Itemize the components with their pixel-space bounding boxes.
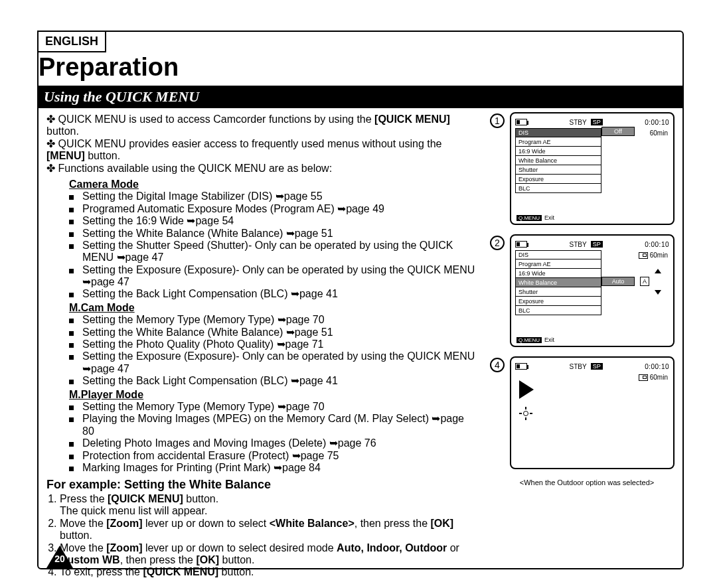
lcd-screen-2: STBY SP 0:00:10 60min DIS Program AE 16:… [510,234,675,347]
menu-item: DIS [515,250,601,259]
list-item: Setting the Memory Type (Memory Type) ➥p… [69,401,478,413]
exit-label: Exit [544,336,554,343]
page-title: Preparation [39,53,684,82]
battery-icon [515,363,527,370]
stby-label: STBY [570,363,587,370]
sp-badge: SP [591,241,603,248]
list-item: Setting the White Balance (White Balance… [69,228,478,240]
menu-item-dis: DIS [515,128,601,137]
mode-mplayer-list: Setting the Memory Type (Memory Type) ➥p… [37,401,478,474]
arrow-up-icon [655,269,661,273]
menu-item: Exposure [515,297,601,306]
elapsed-time: 0:00:10 [645,241,669,248]
mode-mcam-list: Setting the Memory Type (Memory Type) ➥p… [37,314,478,387]
play-icon [519,380,534,399]
qmenu-badge: Q.MENU [517,337,542,343]
remaining-label: 60min [650,252,668,259]
card-icon [639,252,648,259]
menu-value-off: Off [601,127,635,136]
outdoor-sun-icon [520,408,531,419]
list-item: Marking Images for Printing (Print Mark)… [69,462,478,474]
intro-list: QUICK MENU is used to access Camcorder f… [37,113,478,175]
menu-item: 16:9 Wide [515,147,601,156]
stby-label: STBY [570,241,587,248]
sp-badge: SP [591,119,603,125]
list-item: Setting the Back Light Compensation (BLC… [69,288,478,300]
qmenu-badge: Q.MENU [517,215,542,221]
list-item: Setting the Exposure (Exposure)- Only ca… [69,350,478,375]
mode-camera-list: Setting the Digital Image Stabilizer (DI… [37,190,478,301]
menu-item: White Balance [515,156,601,165]
step: Move the [Zoom] lever up or down to sele… [60,542,478,567]
intro-item: QUICK MENU provides easier access to fre… [46,138,478,163]
intro-item: Functions available using the QUICK MENU… [46,163,478,175]
figure-number-4: 4 [490,358,505,372]
elapsed-time: 0:00:10 [645,119,669,126]
list-item: Setting the 16:9 Wide ➥page 54 [69,215,478,227]
mode-camera-label: Camera Mode [69,179,478,190]
battery-icon [515,119,527,125]
battery-icon [515,241,527,248]
example-steps: Press the [QUICK MENU] button.The quick … [46,493,478,579]
list-item: Setting the White Balance (White Balance… [69,327,478,338]
list-item: Setting the Digital Image Stabilizer (DI… [69,190,478,202]
menu-item: Exposure [515,175,601,184]
list-item: Playing the Moving Images (MPEG) on the … [69,413,478,437]
list-item: Setting the Photo Quality (Photo Quality… [69,338,478,350]
card-icon [639,374,648,381]
list-item: Deleting Photo Images and Moving Images … [69,437,478,449]
figure-number-1: 1 [490,113,505,128]
list-item: Protection from accidental Erasure (Prot… [69,450,478,462]
elapsed-time: 0:00:10 [645,363,669,370]
language-badge: ENGLISH [37,31,106,52]
intro-item: QUICK MENU is used to access Camcorder f… [46,113,478,138]
menu-item: BLC [515,184,601,193]
menu-item: Shutter [515,165,601,175]
arrow-down-icon [655,290,661,295]
mode-mplayer-label: M.Player Mode [69,389,478,401]
remaining-label: 60min [650,129,668,137]
list-item: Setting the Memory Type (Memory Type) ➥p… [69,314,478,326]
menu-value-auto: Auto [601,277,635,286]
page-number: 20 [46,546,73,568]
menu-value-a: A [640,277,649,286]
main-text: QUICK MENU is used to access Camcorder f… [37,112,478,579]
menu-item: Program AE [515,137,601,147]
list-item: Setting the Exposure (Exposure)- Only ca… [69,264,478,289]
lcd-screen-4: STBY SP 0:00:10 60min [510,356,675,469]
figure-number-2: 2 [490,236,505,250]
figure-caption: <When the Outdoor option was selected> [490,478,684,486]
sp-badge: SP [591,363,603,370]
lcd-screen-1: STBY SP 0:00:10 60min DIS Program AE 16:… [510,112,675,225]
menu-item: 16:9 Wide [515,269,601,278]
example-heading: For example: Setting the White Balance [46,478,478,492]
exit-label: Exit [544,214,554,221]
stby-label: STBY [570,119,587,126]
mode-mcam-label: M.Cam Mode [69,302,478,314]
remaining-label: 60min [650,374,668,381]
figures-column: 1 STBY SP 0:00:10 60min DIS [490,112,684,579]
step: Move the [Zoom] lever up or down to sele… [60,518,478,542]
step: Press the [QUICK MENU] button.The quick … [60,493,478,518]
step: To exit, press the [QUICK MENU] button. [60,566,478,578]
menu-item: BLC [515,306,601,315]
list-item: Programed Automatic Exposure Modes (Prog… [69,203,478,215]
section-heading: Using the QUICK MENU [37,86,684,108]
list-item: Setting the Back Light Compensation (BLC… [69,375,478,387]
menu-item: Program AE [515,259,601,269]
menu-item-selected: White Balance [515,278,601,287]
list-item: Setting the Shutter Speed (Shutter)- Onl… [69,240,478,264]
menu-item: Shutter [515,287,601,297]
